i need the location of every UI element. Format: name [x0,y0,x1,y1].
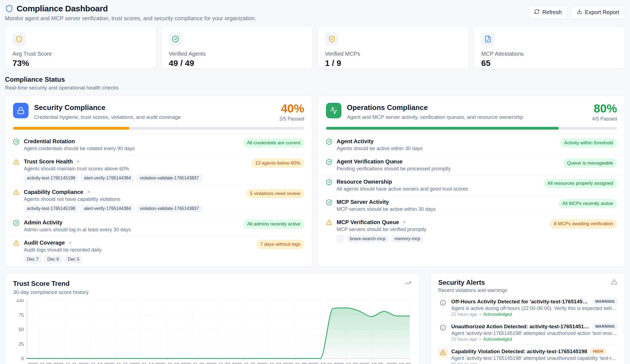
svg-text:75: 75 [19,312,24,318]
check-name: Admin Activity [24,219,62,226]
check-name: Resource Ownership [337,179,392,185]
svg-text:25: 25 [19,342,24,347]
triangle-alert-icon [13,240,19,247]
alerts-title: Security Alerts [438,279,507,286]
svg-text:2025-12-03: 2025-12-03 [334,362,358,364]
circle-check-icon [13,139,19,146]
tag: Dec 7 [24,255,42,263]
check-desc: Pending verifications should be processe… [337,166,451,172]
status-badge: 5 violations need review [246,189,304,198]
alert-body: Capability Violation Detected: activity-… [451,348,618,364]
shield-check-icon [325,32,338,46]
check-body: Agent Verification QueuePending verifica… [337,158,451,172]
alert-body: Unauthorized Action Detected: activity-t… [451,323,618,342]
circle-check-icon [326,159,332,166]
compliance-section-heading: Compliance Status Real-time security and… [5,76,625,91]
page-subtitle: Monitor agent and MCP server verificatio… [5,15,256,22]
alert-desc: Agent 'activity-test-1765145198' attempt… [451,331,618,336]
alerts-list: Off-Hours Activity Detected for 'activit… [438,295,618,364]
svg-text:2025-11-15: 2025-11-15 [104,362,128,364]
alert-ack: Acknowledged [483,337,512,342]
arrow-up-right-icon[interactable] [86,190,91,194]
alerts-subtitle: Recent violations and warnings [438,288,507,293]
tag: Dec 5 [65,255,83,263]
alert-title: Unauthorized Action Detected: activity-t… [451,324,590,329]
score-block: 80% 4/5 Passed [592,103,617,122]
check-desc: Agents should maintain trust scores abov… [24,166,202,172]
check-desc: MCP servers should be active within 30 d… [337,206,436,212]
alert-meta: 21 hours ago•Acknowledged [451,337,618,342]
activity-icon [326,103,341,118]
svg-text:2025-12-05: 2025-12-05 [359,362,383,364]
page-title: Compliance Dashboard [17,4,108,13]
download-icon [577,9,582,16]
arrow-up-right-icon[interactable] [402,220,406,225]
arrow-up-right-icon[interactable] [68,241,72,245]
tag: violation-validate-1765143837 [137,205,202,212]
alert-title: Capability Violation Detected: activity-… [451,348,587,354]
refresh-icon [534,9,540,16]
shield-icon [5,4,13,13]
status-badge: 8 MCPs awaiting verification [550,219,617,229]
alert-row: Unauthorized Action Detected: activity-t… [438,320,618,345]
tag-row: brave-search-mcpmemory-mcp [337,235,427,243]
card-subtitle: Credential hygiene, trust scores, violat… [34,114,181,120]
check-desc: Agents should be active within 30 days [337,146,423,152]
triangle-alert-icon [13,189,19,197]
alert-row: Capability Violation Detected: activity-… [438,345,618,364]
header-titles: Compliance Dashboard Monitor agent and M… [5,4,256,22]
svg-text:2025-11-11: 2025-11-11 [53,362,77,364]
score-passed: 2/5 Passed [279,116,304,122]
status-badge: All admins recently active [243,219,304,229]
alert-time: 21 hours ago [451,362,477,364]
check-desc: Agents should not have capability violat… [24,196,202,202]
check-body: Credential RotationAgent credentials sho… [24,138,135,152]
stat-card: Verified Agents49 / 49 [161,26,313,69]
stat-card: Verified MCPs1 / 9 [318,26,469,69]
score-passed: 4/5 Passed [592,116,617,122]
circle-check-icon [326,139,332,146]
check-body: Audit CoverageAudit logs should be recor… [24,240,101,263]
card-title: Operations Compliance [347,103,523,112]
circle-check-icon [326,199,332,207]
arrow-up-right-icon[interactable] [76,160,80,164]
check-row: MCP Verification QueueMCP servers should… [318,216,625,246]
trending-up-icon [405,280,411,286]
tag: activity-test-1765145198 [24,174,78,182]
stat-label: Verified Agents [169,51,305,57]
info-icon [438,323,448,332]
stat-label: Verified MCPs [325,51,461,57]
compliance-dashboard-page: Compliance Dashboard Monitor agent and M… [0,0,630,364]
export-report-button[interactable]: Export Report [571,6,625,19]
check-desc: Agent credentials should be rotated ever… [24,146,135,152]
check-body: Capability ComplianceAgents should not h… [24,189,202,212]
svg-text:0: 0 [21,356,24,361]
status-badge: Queue is manageable [563,158,617,168]
svg-text:100: 100 [16,299,24,303]
svg-text:2025-11-25: 2025-11-25 [232,362,256,364]
alert-severity-badge: HIGH [590,348,606,355]
check-desc: MCP servers should be verified promptly [337,227,427,232]
tag: alert-verify-1765144384 [81,174,134,182]
check-row: Audit CoverageAudit logs should be recor… [5,236,312,266]
info-icon [438,298,448,307]
svg-text:2025-12-08: 2025-12-08 [387,362,411,364]
progress-bar [318,126,625,135]
check-body: Agent ActivityAgents should be active wi… [337,138,423,152]
stat-value: 65 [481,58,618,68]
stat-value: 1 / 9 [325,58,461,68]
dot-separator: • [479,337,481,342]
tag: brave-search-mcp [347,235,389,243]
trust-score-trend-card: Trust Score Trend 30-day compliance scor… [5,273,419,364]
check-name: Credential Rotation [24,138,75,145]
check-desc: Audit logs should be recorded daily [24,247,101,253]
stat-value: 73% [12,58,149,68]
alert-desc: Agent is active during off-hours (22:00-… [451,306,618,311]
file-check-icon [481,32,494,46]
circle-check-icon [13,220,19,227]
section-title: Compliance Status [5,76,625,83]
circle-check-icon [326,179,332,186]
tag [337,235,344,243]
check-row: Resource OwnershipAll agents should have… [318,175,625,195]
refresh-button[interactable]: Refresh [528,6,568,19]
